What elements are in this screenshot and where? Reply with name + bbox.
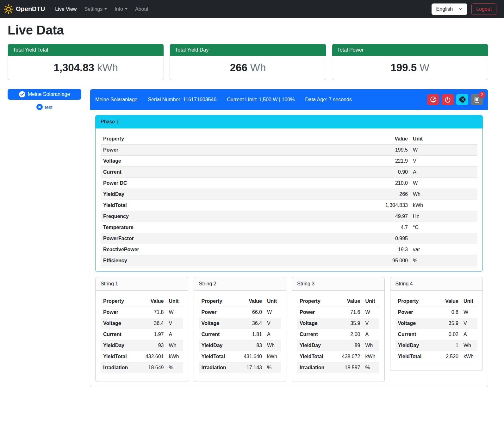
cell-prop: Temperature xyxy=(101,222,372,233)
sun-icon xyxy=(4,4,13,14)
cell-prop: YieldTotal xyxy=(101,351,138,362)
cell-val: 0.6 xyxy=(432,307,461,318)
check-circle-icon xyxy=(19,91,25,97)
cell-prop: Power xyxy=(101,145,372,156)
journal-icon xyxy=(474,97,480,103)
inverter-test-label: test xyxy=(45,104,52,110)
nav-settings[interactable]: Settings xyxy=(84,6,107,12)
gauge-icon xyxy=(430,96,437,103)
cell-unit: % xyxy=(166,362,183,373)
inverter-data-age: Data Age: 7 seconds xyxy=(305,97,352,103)
string-body: Property Value Unit Power66.0WVoltage36.… xyxy=(194,291,286,382)
cell-unit: kWh xyxy=(363,351,379,362)
table-row: Voltage35.9V xyxy=(395,318,478,329)
cell-unit: V xyxy=(410,156,477,167)
power-toggle-button[interactable] xyxy=(442,94,454,105)
cell-prop: ReactivePower xyxy=(101,244,372,255)
cell-val: 210.0 xyxy=(372,178,410,189)
cell-unit: % xyxy=(410,255,477,266)
cell-val: 0.02 xyxy=(432,329,461,340)
limit-settings-button[interactable] xyxy=(427,94,439,105)
event-count-badge: 2 xyxy=(479,91,485,98)
cell-prop: Voltage xyxy=(101,156,372,167)
cell-unit: V xyxy=(166,318,183,329)
card-title: Total Yield Total xyxy=(8,44,164,56)
cell-prop: Irradiation xyxy=(101,362,138,373)
inverter-select-label: Meine Solaranlage xyxy=(28,91,70,97)
col-unit: Unit xyxy=(461,296,477,307)
cell-unit: W xyxy=(264,307,281,318)
caret-down-icon xyxy=(125,8,128,10)
table-row: Current0.02A xyxy=(395,329,478,340)
table-row: Temperature4.7°C xyxy=(101,222,477,233)
table-row: Power71.8W xyxy=(101,307,183,318)
inverter-test-link[interactable]: test xyxy=(36,104,52,110)
table-row: Current0.90A xyxy=(101,167,477,178)
cell-val: 89 xyxy=(334,340,363,351)
cell-prop: YieldTotal xyxy=(199,351,236,362)
summary-cards-row: Total Yield Total 1,304.83kWh Total Yiel… xyxy=(8,44,488,80)
string-title: String 2 xyxy=(194,277,286,291)
string-2-card: String 2 Property Value Unit xyxy=(194,277,287,382)
card-value: 199.5 xyxy=(390,62,417,73)
inverter-card: Meine Solaranlage Serial Number: 1161716… xyxy=(90,89,488,387)
cell-unit: W xyxy=(410,145,477,156)
cell-unit: °C xyxy=(410,222,477,233)
device-info-button[interactable] xyxy=(456,94,468,105)
table-row: YieldDay1Wh xyxy=(395,340,478,351)
cell-prop: Power DC xyxy=(101,178,372,189)
table-row: YieldDay83Wh xyxy=(199,340,281,351)
nav-about[interactable]: About xyxy=(135,6,148,12)
table-row: Current1.97A xyxy=(101,329,183,340)
col-value: Value xyxy=(236,296,264,307)
cell-unit: V xyxy=(363,318,379,329)
cell-val: 0.90 xyxy=(372,167,410,178)
cpu-icon xyxy=(459,96,466,103)
inverter-select-button[interactable]: Meine Solaranlage xyxy=(8,89,81,100)
event-log-button[interactable]: 2 xyxy=(471,94,483,105)
inverter-body: Phase 1 Property Value Unit Power199.5WV… xyxy=(90,110,488,387)
phase-body: Property Value Unit Power199.5WVoltage22… xyxy=(96,128,482,271)
main-container: Live Data Total Yield Total 1,304.83kWh … xyxy=(0,23,504,397)
cell-val: 83 xyxy=(236,340,264,351)
inverter-serial: Serial Number: 116171603546 xyxy=(148,97,216,103)
cell-val: 1.97 xyxy=(138,329,166,340)
col-unit: Unit xyxy=(363,296,379,307)
brand-link[interactable]: OpenDTU xyxy=(4,4,45,14)
cell-val: 36.4 xyxy=(138,318,166,329)
cell-prop: Efficiency xyxy=(101,255,372,266)
table-row: Voltage35.9V xyxy=(297,318,379,329)
nav-live-view[interactable]: Live View xyxy=(55,6,77,12)
col-value: Value xyxy=(432,296,461,307)
cell-unit: % xyxy=(264,362,281,373)
cell-unit: Hz xyxy=(410,211,477,222)
cell-unit: A xyxy=(166,329,183,340)
col-unit: Unit xyxy=(166,296,183,307)
table-row: YieldTotal1,304.833kWh xyxy=(101,200,477,211)
cell-val: 1.81 xyxy=(236,329,264,340)
string-4-card: String 4 Property Value Unit xyxy=(390,277,483,371)
power-icon xyxy=(445,97,451,103)
table-row: Current1.81A xyxy=(199,329,281,340)
logout-button[interactable]: Logout xyxy=(471,3,496,15)
language-select[interactable]: English xyxy=(432,3,467,15)
table-header-row: Property Value Unit xyxy=(395,296,478,307)
chevron-down-icon xyxy=(458,7,463,11)
table-row: YieldDay89Wh xyxy=(297,340,379,351)
table-row: YieldTotal431.640kWh xyxy=(199,351,281,362)
col-value: Value xyxy=(334,296,363,307)
cell-prop: Frequency xyxy=(101,211,372,222)
cell-val: 19.3 xyxy=(372,244,410,255)
inverter-test-row: test xyxy=(8,104,81,110)
table-row: Power DC210.0W xyxy=(101,178,477,189)
nav-info[interactable]: Info xyxy=(115,6,128,12)
cell-prop: Power xyxy=(297,307,334,318)
cell-prop: PowerFactor xyxy=(101,233,372,244)
table-row: Efficiency95.000% xyxy=(101,255,477,266)
caret-down-icon xyxy=(104,8,107,10)
cell-prop: YieldDay xyxy=(101,340,138,351)
cell-val: 2.00 xyxy=(334,329,363,340)
cell-val: 2.520 xyxy=(432,351,461,362)
col-unit: Unit xyxy=(410,134,477,145)
col-property: Property xyxy=(199,296,236,307)
